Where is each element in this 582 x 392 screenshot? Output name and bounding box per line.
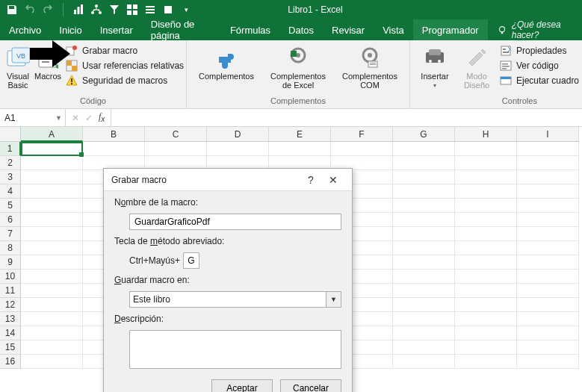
col-header-I[interactable]: I bbox=[517, 127, 579, 142]
row-header-5[interactable]: 5 bbox=[0, 199, 21, 213]
cell[interactable] bbox=[21, 213, 83, 227]
dialog-help-button[interactable]: ? bbox=[300, 174, 322, 186]
row-header-2[interactable]: 2 bbox=[0, 156, 21, 170]
save-icon[interactable] bbox=[6, 4, 18, 16]
cell[interactable] bbox=[145, 142, 207, 156]
row-header-3[interactable]: 3 bbox=[0, 170, 21, 184]
cell[interactable] bbox=[393, 184, 455, 199]
cell[interactable] bbox=[455, 355, 517, 369]
cell[interactable] bbox=[393, 213, 455, 227]
cell[interactable] bbox=[393, 142, 455, 156]
fx-icon[interactable]: fx bbox=[99, 111, 105, 123]
row-header-7[interactable]: 7 bbox=[0, 227, 21, 241]
cell[interactable] bbox=[517, 170, 579, 184]
cell[interactable] bbox=[517, 340, 579, 355]
row-headers[interactable]: 12345678910111213141516 bbox=[0, 142, 21, 369]
row-header-11[interactable]: 11 bbox=[0, 284, 21, 298]
cell[interactable] bbox=[21, 255, 83, 270]
name-box-dropdown-icon[interactable]: ▼ bbox=[55, 114, 62, 122]
col-header-A[interactable]: A bbox=[21, 127, 83, 142]
cell[interactable] bbox=[21, 142, 83, 156]
cell[interactable] bbox=[455, 199, 517, 213]
cell[interactable] bbox=[393, 255, 455, 270]
tab-vista[interactable]: Vista bbox=[374, 19, 413, 40]
col-header-D[interactable]: D bbox=[207, 127, 269, 142]
cell[interactable] bbox=[21, 340, 83, 355]
row-header-13[interactable]: 13 bbox=[0, 312, 21, 326]
cell[interactable] bbox=[393, 326, 455, 340]
cell[interactable] bbox=[455, 340, 517, 355]
name-box[interactable]: A1 ▼ bbox=[0, 109, 66, 126]
tab-archivo[interactable]: Archivo bbox=[0, 19, 50, 40]
cell[interactable] bbox=[21, 170, 83, 184]
complementos-button[interactable]: Complementos bbox=[193, 43, 260, 81]
cell[interactable] bbox=[517, 326, 579, 340]
cell[interactable] bbox=[455, 142, 517, 156]
grabar-macro-button[interactable]: Grabar macro bbox=[66, 45, 184, 57]
row-header-8[interactable]: 8 bbox=[0, 241, 21, 255]
cell[interactable] bbox=[393, 284, 455, 298]
undo-icon[interactable] bbox=[24, 4, 36, 16]
cell[interactable] bbox=[517, 227, 579, 241]
row-header-10[interactable]: 10 bbox=[0, 270, 21, 284]
cell[interactable] bbox=[517, 270, 579, 284]
cell[interactable] bbox=[455, 284, 517, 298]
cell[interactable] bbox=[21, 241, 83, 255]
tab-programador[interactable]: Programador bbox=[413, 19, 488, 40]
cell[interactable] bbox=[21, 326, 83, 340]
modo-diseno-button[interactable]: Modo Diseño bbox=[458, 43, 495, 90]
col-header-C[interactable]: C bbox=[145, 127, 207, 142]
ejecutar-dialogo-button[interactable]: Ejecutar cuadro de diálogo bbox=[500, 75, 582, 87]
cell[interactable] bbox=[21, 312, 83, 326]
cell[interactable] bbox=[517, 156, 579, 170]
treemap-icon[interactable] bbox=[126, 4, 138, 16]
cell[interactable] bbox=[393, 170, 455, 184]
complementos-com-button[interactable]: Complementos COM bbox=[336, 43, 403, 90]
nombre-macro-input[interactable] bbox=[129, 214, 341, 230]
funnel-icon[interactable] bbox=[108, 4, 120, 16]
col-header-E[interactable]: E bbox=[269, 127, 331, 142]
cell[interactable] bbox=[393, 270, 455, 284]
redo-icon[interactable] bbox=[42, 4, 54, 16]
cell[interactable] bbox=[393, 312, 455, 326]
aceptar-button[interactable]: Aceptar bbox=[211, 379, 273, 392]
dialog-close-button[interactable]: ✕ bbox=[322, 174, 344, 186]
cell[interactable] bbox=[455, 312, 517, 326]
cell[interactable] bbox=[517, 312, 579, 326]
cell[interactable] bbox=[21, 298, 83, 312]
propiedades-button[interactable]: Propiedades bbox=[500, 45, 582, 57]
tab-revisar[interactable]: Revisar bbox=[323, 19, 374, 40]
dialog-titlebar[interactable]: Grabar macro ? ✕ bbox=[104, 169, 352, 191]
cell[interactable] bbox=[455, 298, 517, 312]
hierarchy-icon[interactable] bbox=[90, 4, 102, 16]
select-dropdown-icon[interactable]: ▼ bbox=[326, 292, 341, 307]
tell-me-search[interactable]: ¿Qué desea hacer? bbox=[488, 19, 582, 40]
cell[interactable] bbox=[455, 170, 517, 184]
cell[interactable] bbox=[21, 270, 83, 284]
row-header-1[interactable]: 1 bbox=[0, 142, 21, 156]
cell[interactable] bbox=[517, 255, 579, 270]
cell[interactable] bbox=[517, 213, 579, 227]
shortcut-key-input[interactable] bbox=[183, 252, 199, 269]
cell[interactable] bbox=[21, 227, 83, 241]
cell[interactable] bbox=[207, 142, 269, 156]
cell[interactable] bbox=[393, 241, 455, 255]
cell[interactable] bbox=[21, 156, 83, 170]
ver-codigo-button[interactable]: Ver código bbox=[500, 60, 582, 72]
cell[interactable] bbox=[21, 355, 83, 369]
row-header-9[interactable]: 9 bbox=[0, 255, 21, 270]
cell[interactable] bbox=[455, 227, 517, 241]
row-header-16[interactable]: 16 bbox=[0, 355, 21, 369]
cell[interactable] bbox=[269, 142, 331, 156]
tab-diseno-pagina[interactable]: Diseño de página bbox=[142, 19, 221, 40]
column-headers[interactable]: ABCDEFGHI bbox=[21, 127, 582, 142]
descripcion-input[interactable] bbox=[129, 330, 341, 369]
cell[interactable] bbox=[517, 355, 579, 369]
tab-insertar[interactable]: Insertar bbox=[91, 19, 142, 40]
cell[interactable] bbox=[393, 340, 455, 355]
col-header-F[interactable]: F bbox=[331, 127, 393, 142]
cell[interactable] bbox=[455, 255, 517, 270]
qat-more-icon[interactable]: ▾ bbox=[180, 4, 192, 16]
row-header-15[interactable]: 15 bbox=[0, 340, 21, 355]
cell[interactable] bbox=[83, 142, 145, 156]
